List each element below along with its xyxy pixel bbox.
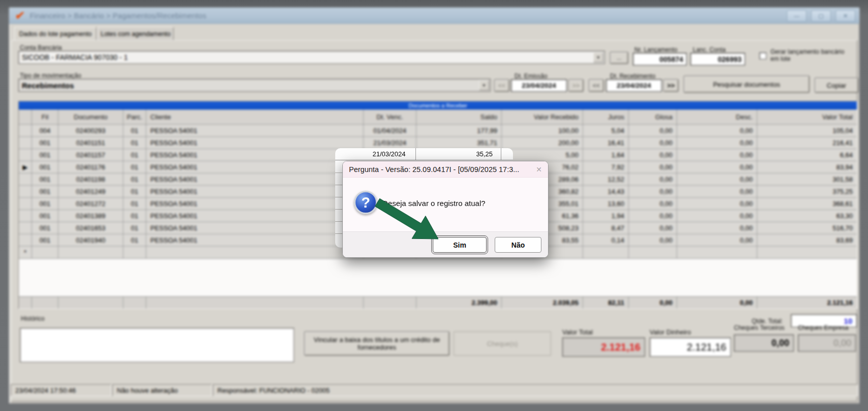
total-valor-total: 2.121,16 (757, 297, 857, 309)
dt-emissao-prev-button[interactable]: << (494, 79, 509, 92)
tipo-movimentacao-select[interactable]: Recebimentos ▼ (18, 79, 491, 92)
tab-dados-do-lote-pagamento[interactable]: Dados do lote pagamento (14, 27, 97, 40)
cheques-terceiros-label: Cheques Terceiros (734, 324, 785, 331)
dialog-titlebar[interactable]: Pergunta - Versão: 25.09.0417I - [05/09/… (343, 161, 548, 178)
browse-conta-button[interactable]: ... (610, 52, 628, 64)
cell-glosa: 0,00 (629, 137, 677, 149)
nr-lancamento-label: Nr. Lançamento (634, 46, 678, 53)
cell-cliente: PESSOA 54001 (146, 125, 364, 136)
dt-emissao-field[interactable]: 23/04/2024 (511, 79, 567, 92)
cell-desc: 0,00 (677, 222, 757, 234)
app-logo-icon: ✔ (14, 10, 25, 21)
cell-glosa: 0,00 (629, 198, 677, 210)
maximize-button[interactable]: ▢ (811, 10, 831, 22)
nao-button[interactable]: Não (495, 237, 541, 253)
nr-lancamento-field[interactable]: 005874 (633, 53, 687, 65)
cell-glosa: 0,00 (629, 234, 677, 246)
new-row-marker: * (19, 247, 32, 258)
cell-parc: 01 (123, 186, 146, 197)
cell-parc: 01 (123, 222, 146, 234)
status-responsavel: Responsável: FUNCIONARIO - 02005 (213, 384, 858, 396)
cell-parc: 01 (123, 234, 146, 246)
cell-desc: 0,00 (677, 149, 757, 161)
cell-fil: 001 (32, 186, 58, 197)
cell-valor-total: 301,58 (757, 174, 857, 185)
conta-bancaria-select[interactable]: SICOOB - FARMACIA 907030 - 1 ▼ (18, 51, 605, 64)
conta-bancaria-label: Conta Bancária (20, 44, 62, 51)
tipo-movimentacao-label: Tipo de movimentação (20, 72, 81, 79)
cell-cliente: PESSOA 54001 (146, 186, 364, 197)
row-marker (19, 137, 32, 149)
cell-valor-total: 375,25 (757, 186, 857, 197)
pesquisar-documentos-button[interactable]: Pesquisar documentos (684, 76, 810, 93)
cell-juros: 1,64 (583, 149, 629, 161)
cell-cliente: PESSOA 54001 (146, 222, 364, 234)
cell-parc: 01 (123, 210, 146, 222)
copiar-button[interactable]: Copiar (815, 78, 858, 93)
cell-documento: 02401389 (58, 210, 123, 222)
row-marker (19, 210, 32, 222)
screenshot-stage: ✔ Financeiro > Bancário > Pagamentos/Rec… (0, 0, 868, 411)
chevron-down-icon[interactable]: ▼ (479, 80, 489, 90)
cell-valor-recebido: 5,00 (502, 149, 583, 161)
cell-documento: 02400293 (58, 125, 123, 136)
cell-parc: 01 (123, 125, 146, 136)
minimize-button[interactable]: — (787, 10, 807, 22)
row-marker (19, 149, 32, 161)
col-documento: Documento (58, 110, 123, 124)
cell-dt-venc: 01/04/2024 (364, 125, 416, 136)
total-saldo: 2.399,00 (416, 297, 502, 309)
valor-dinheiro-value: 2.121,16 (650, 337, 731, 357)
col-fil: Fil (32, 110, 58, 124)
col-cliente: Cliente (146, 110, 364, 124)
chevron-down-icon[interactable]: ▼ (593, 52, 603, 62)
cell-glosa: 0,00 (629, 149, 677, 161)
dt-emissao-label: Dt. Emissão (515, 73, 548, 80)
col-valor-recebido: Valor Recebido (502, 110, 583, 124)
table-row[interactable]: 0010240115101PESSOA 5400121/03/2024351,7… (19, 137, 857, 149)
lanc-conta-label: Lanc. Conta (693, 46, 726, 53)
lanc-conta-field[interactable]: 026993 (690, 53, 745, 65)
dt-recebimento-field[interactable]: 23/04/2024 (606, 79, 662, 92)
cell-cliente: PESSOA 54001 (146, 174, 364, 185)
valor-total-value: 2.121,16 (562, 337, 645, 357)
cell-valor-total: 63,30 (757, 210, 857, 222)
cell-valor-total: 105,04 (757, 125, 857, 136)
dt-recebimento-next-button[interactable]: >> (663, 79, 679, 92)
sim-button[interactable]: Sim (433, 237, 487, 253)
cell-documento: 02401653 (58, 222, 123, 234)
cell-fil: 001 (32, 137, 58, 149)
cell-valor-recebido: 200,00 (502, 137, 583, 149)
cell-valor-total: 516,70 (757, 222, 857, 234)
cell-saldo: 351,71 (416, 137, 502, 149)
tab-lotes-com-agendamento[interactable]: Lotes com agendamento (98, 27, 174, 40)
dialog-button-strip: Sim Não (343, 231, 548, 257)
col-glosa: Glosa (629, 110, 677, 124)
cell-documento: 02401198 (58, 174, 123, 185)
vincular-baixa-button[interactable]: Vincular a baixa dos títulos a um crédit… (304, 331, 449, 356)
grid-section-title: Documentos a Receber (19, 101, 857, 110)
cell-glosa: 0,00 (629, 161, 677, 173)
dt-emissao-next-button[interactable]: >> (568, 79, 584, 92)
cell-desc: 0,00 (677, 198, 757, 210)
cell-cliente: PESSOA 54001 (146, 161, 364, 173)
window-titlebar[interactable]: ✔ Financeiro > Bancário > Pagamentos/Rec… (9, 8, 859, 24)
cell-cliente: PESSOA 54001 (146, 198, 364, 210)
patch-saldo: 35,25 (415, 150, 497, 158)
col-dt-venc: Dt. Venc. (364, 110, 416, 124)
close-button[interactable]: ✕ (835, 10, 855, 22)
dt-recebimento-prev-button[interactable]: << (589, 79, 604, 92)
gerar-lancamento-label: Gerar lançamento bancário em lote (770, 48, 844, 62)
table-row[interactable]: 0040240029301PESSOA 5400101/04/2024177,9… (19, 125, 857, 137)
cell-documento: 02401151 (58, 137, 123, 149)
cell-documento: 02401157 (58, 149, 123, 161)
col-juros: Juros (583, 110, 629, 124)
col-desc: Desc. (677, 110, 757, 124)
cheques-button[interactable]: Cheque(s) (454, 331, 551, 356)
gerar-lancamento-checkbox[interactable] (759, 52, 766, 59)
cell-juros: 5,04 (583, 125, 629, 136)
cell-fil: 001 (32, 222, 58, 234)
total-glosa: 0,00 (629, 297, 677, 309)
historico-textarea[interactable] (20, 328, 294, 362)
dialog-close-icon[interactable]: ✕ (536, 165, 542, 174)
